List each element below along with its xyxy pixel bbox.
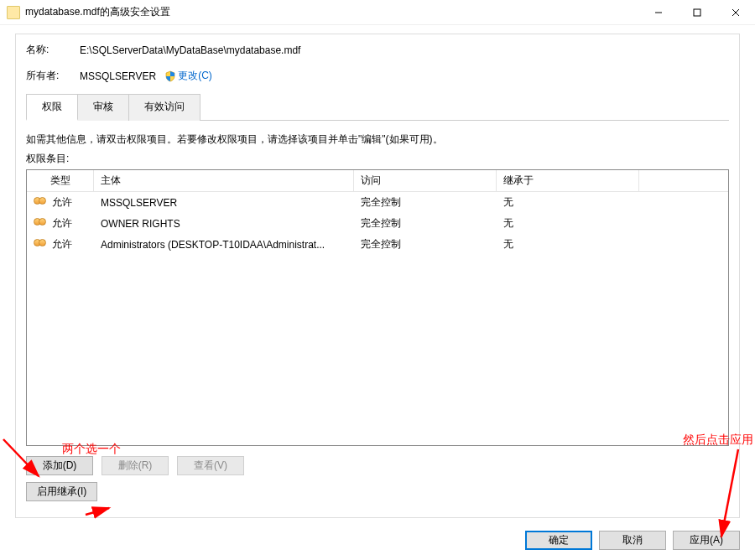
name-label: 名称: — [26, 43, 80, 57]
window-title: mydatabase.mdf的高级安全设置 — [25, 5, 170, 19]
table-row[interactable]: 允许 MSSQLSERVER 完全控制 无 — [27, 192, 728, 213]
maximize-button[interactable] — [678, 0, 716, 25]
row-buttons: 添加(D) 删除(R) 查看(V) — [16, 446, 739, 475]
name-row: 名称: E:\SQLServerData\MyDataBase\mydataba… — [16, 34, 739, 60]
remove-button: 删除(R) — [102, 456, 169, 475]
users-icon — [34, 218, 47, 230]
title-bar: mydatabase.mdf的高级安全设置 — [0, 0, 755, 25]
main-panel: 名称: E:\SQLServerData\MyDataBase\mydataba… — [15, 34, 740, 518]
owner-row: 所有者: MSSQLSERVER 更改(C) — [16, 60, 739, 86]
col-inherited[interactable]: 继承于 — [497, 170, 639, 191]
minimize-button[interactable] — [639, 0, 678, 25]
table-row[interactable]: 允许 OWNER RIGHTS 完全控制 无 — [27, 213, 728, 234]
grid-header: 类型 主体 访问 继承于 — [27, 170, 728, 192]
name-value: E:\SQLServerData\MyDataBase\mydatabase.m… — [80, 44, 300, 56]
users-icon — [34, 239, 47, 251]
owner-value: MSSQLSERVER — [80, 70, 156, 82]
change-owner-link[interactable]: 更改(C) — [178, 69, 212, 83]
table-row[interactable]: 允许 Administrators (DESKTOP-T10IDAA\Admin… — [27, 234, 728, 255]
folder-icon — [7, 6, 20, 19]
add-button[interactable]: 添加(D) — [26, 456, 93, 475]
dialog-footer: 确定 取消 应用(A) — [525, 531, 740, 550]
close-button[interactable] — [716, 0, 755, 25]
permission-grid[interactable]: 类型 主体 访问 继承于 允许 MSSQLSERVER 完全控制 无 允许 OW… — [26, 169, 729, 446]
owner-label: 所有者: — [26, 69, 80, 83]
tab-bar: 权限 审核 有效访问 — [26, 93, 729, 120]
svg-rect-1 — [694, 9, 700, 16]
entries-label: 权限条目: — [16, 152, 739, 169]
enable-inheritance-button[interactable]: 启用继承(I) — [26, 482, 97, 501]
inherit-row: 启用继承(I) — [16, 475, 739, 501]
tab-permissions[interactable]: 权限 — [26, 94, 78, 121]
shield-icon — [164, 70, 176, 82]
tab-audit[interactable]: 审核 — [77, 94, 129, 121]
tab-effective-access[interactable]: 有效访问 — [128, 94, 200, 121]
col-principal[interactable]: 主体 — [94, 170, 354, 191]
cancel-button[interactable]: 取消 — [599, 531, 666, 550]
apply-button[interactable]: 应用(A) — [673, 531, 740, 550]
users-icon — [34, 197, 47, 209]
col-type[interactable]: 类型 — [27, 170, 94, 191]
view-button: 查看(V) — [177, 456, 244, 475]
col-access[interactable]: 访问 — [354, 170, 497, 191]
info-text: 如需其他信息，请双击权限项目。若要修改权限项目，请选择该项目并单击"编辑"(如果… — [16, 121, 739, 152]
ok-button[interactable]: 确定 — [525, 531, 592, 550]
